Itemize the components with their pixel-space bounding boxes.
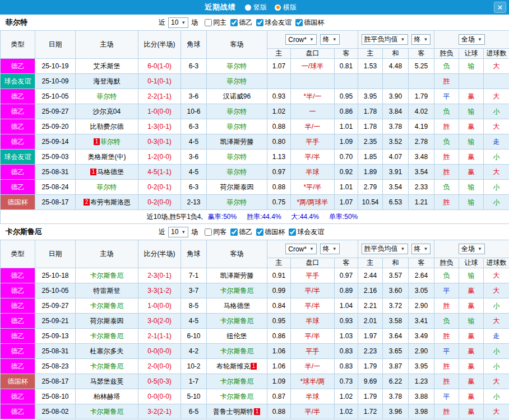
chevron-down-icon: ▼: [424, 37, 428, 42]
subcolumn-header: 主: [358, 258, 383, 268]
result-cell: 负: [434, 314, 459, 329]
checkbox-input[interactable]: [295, 19, 303, 26]
team-text: 艾禾斯堡: [94, 62, 121, 70]
handicap-result-cell: 赢: [459, 150, 484, 165]
asia-away-water-cell: 0.81: [335, 59, 358, 74]
euro-home-odds-cell: 1.72: [358, 404, 383, 419]
team-text: 马格德堡: [224, 302, 251, 310]
corner-cell: [181, 74, 207, 89]
chevron-down-icon: ▼: [181, 20, 186, 25]
corner-cell: 3-7: [181, 283, 207, 298]
team-text: 菲尔特: [227, 62, 247, 70]
layout-option-horizontal[interactable]: 横版: [275, 3, 297, 12]
filter-checkboxes: 同主德乙球会友谊德国杯: [201, 18, 324, 27]
euro-home-odds-cell: [358, 74, 383, 89]
filter-checkbox-德国杯[interactable]: 德国杯: [256, 227, 285, 237]
asia-home-water-cell: 0.87: [267, 389, 291, 404]
filter-bar: 近 10 ▼ 场 同客德乙德国杯球会友谊: [159, 224, 324, 240]
handicap-result-cell: 输: [459, 104, 484, 119]
avg-odds-header: 胜平负均值▼终▼: [358, 31, 434, 49]
filter-checkbox-德乙[interactable]: 德乙: [230, 227, 252, 237]
odds-company-dropdown[interactable]: Crow*▼: [285, 34, 317, 45]
result-cell: 胜: [434, 404, 459, 419]
match-date-cell: 25-09-21: [35, 314, 76, 329]
asia-away-water-cell: 0.97: [335, 268, 358, 283]
avg-odds-dropdown[interactable]: 胜平负均值▼: [362, 34, 408, 45]
match-count-dropdown[interactable]: 10 ▼: [168, 227, 188, 237]
match-date-cell: 25-10-18: [35, 268, 76, 283]
goal-result-cell: 小: [484, 298, 509, 314]
checkbox-input[interactable]: [289, 228, 296, 236]
filter-checkbox-德国杯[interactable]: 德国杯: [295, 18, 324, 27]
match-count-dropdown[interactable]: 10 ▼: [168, 17, 188, 28]
handicap-result-cell: 赢: [459, 329, 484, 344]
redcard-badge: 1: [94, 138, 100, 145]
filter-checkbox-同客[interactable]: 同客: [205, 227, 226, 237]
match-count-value: 10: [171, 228, 178, 236]
chevron-down-icon: ▼: [181, 230, 186, 235]
euro-away-odds-cell: 5.25: [409, 59, 434, 74]
odds-final-dropdown[interactable]: 终▼: [320, 34, 340, 45]
team-text: 卡尔斯鲁厄: [220, 347, 254, 355]
odds-final-dropdown[interactable]: 终▼: [320, 244, 340, 254]
match-row: 德乙25-08-24菲尔特0-2(0-1)6-3荷尔斯泰因0.88*平/半1.0…: [1, 180, 509, 195]
page-title: 近期战绩: [205, 2, 236, 12]
summary-row: 近10场,胜5平1负4,赢率:50%胜率:44.4%大:44.4%单率:50%: [1, 210, 509, 224]
filter-checkbox-同主[interactable]: 同主: [205, 18, 226, 27]
scope-dropdown[interactable]: 全场▼: [459, 244, 485, 254]
column-header: 比分(半场): [138, 240, 181, 268]
team-text: 卡尔斯鲁厄: [90, 332, 124, 340]
checkbox-input[interactable]: [256, 228, 263, 236]
checkbox-input[interactable]: [230, 228, 238, 236]
subcolumn-header: 胜负: [434, 258, 459, 268]
avg-odds-dropdown[interactable]: 胜平负均值▼: [362, 244, 408, 254]
result-cell: 胜: [434, 165, 459, 180]
euro-away-odds-cell: 3.49: [409, 329, 434, 344]
avg-final-dropdown[interactable]: 终▼: [411, 34, 431, 45]
team-text: 菲尔特: [227, 123, 247, 130]
avg-final-dropdown[interactable]: 终▼: [411, 244, 431, 254]
euro-away-odds-cell: 2.90: [409, 298, 434, 314]
layout-option-vertical[interactable]: 竖版: [245, 3, 267, 12]
scope-dropdown[interactable]: 全场▼: [459, 34, 485, 45]
checkbox-input[interactable]: [205, 19, 212, 26]
asia-home-water-cell: 1.06: [267, 359, 291, 374]
euro-away-odds-cell: 2.90: [409, 344, 434, 359]
asia-away-water-cell: 0.73: [335, 374, 358, 389]
checkbox-input[interactable]: [256, 19, 263, 26]
subcolumn-header: 客: [335, 258, 358, 268]
away-team-cell: 菲尔特: [207, 59, 267, 74]
euro-home-odds-cell: 1.78: [358, 119, 383, 134]
subcolumn-header: 客: [335, 49, 358, 59]
home-team-cell: 艾禾斯堡: [76, 59, 138, 74]
checkbox-input[interactable]: [230, 19, 238, 26]
filter-checkbox-德乙[interactable]: 德乙: [230, 18, 252, 27]
euro-draw-odds-cell: [383, 74, 409, 89]
odds-company-dropdown[interactable]: Crow*▼: [285, 244, 317, 254]
table-body: 德乙25-10-18卡尔斯鲁厄2-3(0-1)7-1凯泽斯劳滕0.91平手0.9…: [1, 268, 509, 419]
matches-table: 类型日期主场比分(半场)角球客场Crow*▼终▼胜平负均值▼终▼全场▼主盘口客主…: [0, 30, 509, 224]
score-cell: 6-0(1-0): [138, 59, 181, 74]
away-team-cell: 卡尔斯鲁厄: [207, 374, 267, 389]
checkbox-input[interactable]: [205, 228, 212, 236]
asia-away-water-cell: 1.01: [335, 119, 358, 134]
filter-checkbox-球会友谊[interactable]: 球会友谊: [289, 227, 324, 237]
asia-home-water-cell: 0.84: [267, 298, 291, 314]
handicap-line-cell: 一: [291, 104, 335, 119]
euro-draw-odds-cell: 3.52: [383, 134, 409, 150]
team-text: 卡尔斯鲁厄: [90, 272, 124, 279]
match-row: 德乙25-09-27沙尔克041-0(0-0)10-6菲尔特1.02一0.861…: [1, 104, 509, 119]
radio-icon: [245, 4, 251, 11]
asia-home-water-cell: 0.93: [267, 89, 291, 104]
euro-draw-odds-cell: 6.22: [383, 374, 409, 389]
team-text: 马瑟堡兹英: [90, 377, 124, 385]
filter-checkbox-球会友谊[interactable]: 球会友谊: [256, 18, 291, 27]
column-header: 客场: [207, 240, 267, 268]
chevron-down-icon: ▼: [424, 246, 428, 251]
away-team-cell: 菲尔特: [207, 165, 267, 180]
home-team-cell: 菲尔特: [76, 89, 138, 104]
asia-home-water-cell: 1.13: [267, 150, 291, 165]
close-icon[interactable]: ✕: [494, 2, 506, 13]
match-date-cell: 25-08-17: [35, 374, 76, 389]
team-text: 凯泽斯劳滕: [220, 138, 254, 146]
